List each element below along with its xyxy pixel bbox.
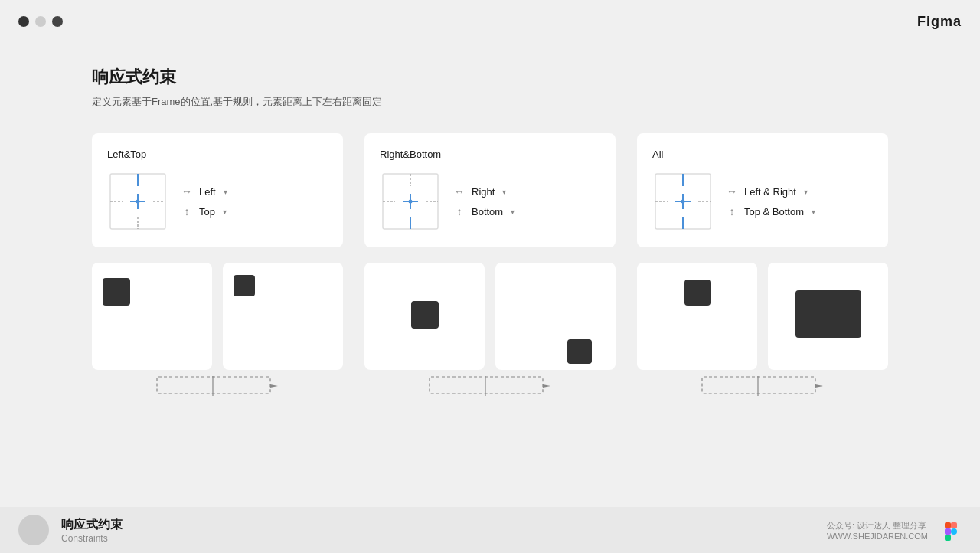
bottom-right-text1: 公众号: 设计达人 整理分享 <box>827 520 928 532</box>
h-axis-icon-3: ↔ <box>726 185 738 198</box>
dot-minimize[interactable] <box>35 16 46 27</box>
demo-before-3 <box>637 263 757 370</box>
card-label-1: Left&Top <box>107 149 328 160</box>
bottom-main-title: 响应式约束 <box>61 517 122 533</box>
title-bar: Figma <box>0 0 980 43</box>
svg-rect-27 <box>430 377 543 394</box>
constraint-controls-2: ↔ Right ▾ ↕ Bottom ▾ <box>453 185 514 218</box>
demo-before-2 <box>364 263 485 370</box>
bottom-attribution: 公众号: 设计达人 整理分享 WWW.SHEJIDAREN.COM <box>827 520 928 541</box>
svg-point-23 <box>681 200 685 204</box>
demo-group-1 <box>92 263 343 370</box>
demo-square-before-2 <box>411 301 439 329</box>
demo-after-2 <box>495 263 616 370</box>
h-axis-icon-1: ↔ <box>181 185 193 198</box>
resize-indicator-1 <box>156 376 279 399</box>
constraint-h-3[interactable]: ↔ Left & Right ▾ <box>726 185 815 198</box>
card-label-3: All <box>652 149 873 160</box>
bottom-left: 响应式约束 Constraints <box>18 515 122 545</box>
svg-point-15 <box>409 200 413 204</box>
window-controls <box>18 16 63 27</box>
h-axis-icon-2: ↔ <box>453 185 466 198</box>
v-axis-icon-1: ↕ <box>181 205 193 218</box>
constraint-controls-1: ↔ Left ▾ ↕ Top ▾ <box>181 185 227 218</box>
constraint-v-2[interactable]: ↕ Bottom ▾ <box>453 205 514 218</box>
constraint-value-v-1: Top <box>199 206 215 218</box>
dropdown-arrow-v-2: ▾ <box>511 208 514 216</box>
dot-maximize[interactable] <box>52 16 63 27</box>
demo-row <box>92 263 888 370</box>
demo-pair-2 <box>364 263 616 370</box>
demo-pair-3 <box>637 263 888 370</box>
demo-after-3 <box>768 263 888 370</box>
svg-rect-35 <box>945 528 951 535</box>
cross-widget-2 <box>380 171 441 232</box>
card-inner-3: ↔ Left & Right ▾ ↕ Top & Bottom ▾ <box>652 171 873 232</box>
bottom-text: 响应式约束 Constraints <box>61 517 122 544</box>
demo-square-after-1 <box>234 275 255 296</box>
main-content: 响应式约束 定义元素基于Frame的位置,基于规则，元素距离上下左右距离固定 L… <box>0 43 980 393</box>
bottom-right: 公众号: 设计达人 整理分享 WWW.SHEJIDAREN.COM <box>827 519 962 541</box>
figma-logo: Figma <box>917 14 962 30</box>
demo-square-after-3 <box>795 290 861 338</box>
constraint-value-v-3: Top & Bottom <box>744 206 804 218</box>
cross-widget-3 <box>652 171 714 232</box>
card-all: All <box>637 133 888 247</box>
demo-group-3 <box>637 263 888 370</box>
v-axis-icon-3: ↕ <box>726 205 738 218</box>
constraint-v-1[interactable]: ↕ Top ▾ <box>181 205 227 218</box>
svg-rect-24 <box>157 377 270 394</box>
dropdown-arrow-v-3: ▾ <box>812 208 815 216</box>
demo-before-1 <box>92 263 212 370</box>
svg-rect-34 <box>951 522 957 528</box>
card-right-bottom: Right&Bottom <box>364 133 616 247</box>
svg-point-6 <box>136 200 140 204</box>
bottom-sub-title: Constraints <box>61 533 122 544</box>
constraint-v-3[interactable]: ↕ Top & Bottom ▾ <box>726 205 815 218</box>
card-inner-2: ↔ Right ▾ ↕ Bottom ▾ <box>380 171 600 232</box>
constraint-value-h-1: Left <box>199 186 216 198</box>
dropdown-arrow-h-2: ▾ <box>502 188 506 196</box>
page-title: 响应式约束 <box>92 66 888 89</box>
svg-rect-33 <box>945 522 951 528</box>
dropdown-arrow-h-1: ▾ <box>224 188 227 196</box>
dropdown-arrow-v-1: ▾ <box>223 208 227 216</box>
demo-group-2 <box>364 263 616 370</box>
demo-square-after-2 <box>567 339 592 364</box>
dropdown-arrow-h-3: ▾ <box>804 188 808 196</box>
svg-marker-29 <box>543 384 550 388</box>
resize-indicator-2 <box>429 376 551 399</box>
bottom-bar: 响应式约束 Constraints 公众号: 设计达人 整理分享 WWW.SHE… <box>0 507 980 553</box>
figma-icon-bottom <box>940 519 962 541</box>
svg-rect-30 <box>702 377 815 394</box>
dot-close[interactable] <box>18 16 29 27</box>
svg-marker-26 <box>270 384 278 388</box>
page-subtitle: 定义元素基于Frame的位置,基于规则，元素距离上下左右距离固定 <box>92 95 888 109</box>
constraint-controls-3: ↔ Left & Right ▾ ↕ Top & Bottom ▾ <box>726 185 815 218</box>
card-left-top: Left&Top <box>92 133 343 247</box>
bottom-right-text2: WWW.SHEJIDAREN.COM <box>827 532 928 541</box>
constraint-value-v-2: Bottom <box>472 206 503 218</box>
constraint-value-h-2: Right <box>472 186 495 198</box>
constraint-h-2[interactable]: ↔ Right ▾ <box>453 185 514 198</box>
cards-row: Left&Top <box>92 133 888 247</box>
cross-widget-1 <box>107 171 168 232</box>
svg-point-37 <box>951 528 957 535</box>
constraint-value-h-3: Left & Right <box>744 186 796 198</box>
constraint-h-1[interactable]: ↔ Left ▾ <box>181 185 227 198</box>
card-label-2: Right&Bottom <box>380 149 600 160</box>
demo-pair-1 <box>92 263 343 370</box>
demo-after-1 <box>223 263 343 370</box>
svg-rect-36 <box>945 535 951 541</box>
svg-marker-32 <box>815 384 823 388</box>
bottom-avatar <box>18 515 49 545</box>
demo-square-before-3 <box>684 280 710 306</box>
card-inner-1: ↔ Left ▾ ↕ Top ▾ <box>107 171 328 232</box>
resize-indicator-3 <box>701 376 824 399</box>
demo-square-before-1 <box>103 278 130 306</box>
v-axis-icon-2: ↕ <box>453 205 466 218</box>
